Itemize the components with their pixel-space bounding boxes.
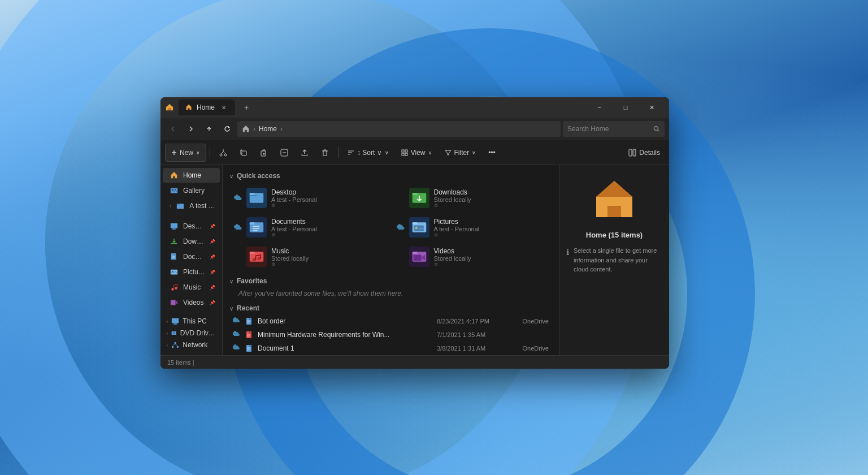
folder-item-pictures[interactable]: Pictures A test - Personal ⚙ bbox=[392, 214, 553, 241]
sort-button[interactable]: ↕ Sort ∨ ∨ bbox=[342, 144, 394, 162]
view-label: View bbox=[411, 149, 426, 157]
tab-close-button[interactable]: ✕ bbox=[219, 103, 228, 112]
folder-item-downloads[interactable]: Downloads Stored locally ⚙ bbox=[392, 184, 553, 211]
active-tab[interactable]: Home ✕ bbox=[179, 100, 235, 115]
videos-folder-svg bbox=[411, 249, 427, 265]
rename-button[interactable] bbox=[275, 144, 294, 162]
downloads-folder-svg bbox=[411, 190, 427, 206]
filter-button[interactable]: Filter ∨ bbox=[439, 144, 482, 162]
sidebar-item-home[interactable]: Home bbox=[163, 168, 220, 183]
documents-pin-icon: 📌 bbox=[210, 254, 215, 260]
cut-icon bbox=[219, 149, 227, 157]
sidebar-atest-label: A test - Perso... bbox=[189, 202, 215, 210]
svg-line-50 bbox=[175, 344, 177, 346]
svg-rect-28 bbox=[171, 223, 177, 228]
paste-button[interactable] bbox=[254, 144, 274, 162]
new-button[interactable]: New ∨ bbox=[165, 144, 206, 162]
desktop-folder-name: Desktop bbox=[271, 188, 317, 196]
network-header[interactable]: › Network bbox=[163, 339, 220, 351]
recent-file-1[interactable]: Minimum Hardware Requirements for Win...… bbox=[229, 328, 552, 342]
svg-point-37 bbox=[171, 288, 173, 290]
folder-item-desktop[interactable]: Desktop A test - Personal ⚙ bbox=[229, 184, 390, 211]
svg-rect-17 bbox=[402, 150, 404, 152]
atest-sidebar-icon bbox=[176, 201, 185, 210]
svg-rect-27 bbox=[177, 204, 180, 206]
videos-pin-badge: ⚙ bbox=[434, 262, 471, 267]
botorder-name: Bot order bbox=[258, 317, 432, 325]
explorer-window: Home ✕ + − □ ✕ › Home › bbox=[160, 97, 669, 369]
downloads-folder-name: Downloads bbox=[434, 188, 471, 196]
folder-item-documents[interactable]: Documents A test - Personal ⚙ bbox=[229, 214, 390, 241]
dvd-icon bbox=[171, 329, 176, 337]
svg-point-47 bbox=[172, 346, 174, 348]
view-button[interactable]: View ∨ bbox=[396, 144, 438, 162]
svg-rect-22 bbox=[633, 149, 636, 156]
close-button[interactable]: ✕ bbox=[639, 97, 665, 118]
maximize-button[interactable]: □ bbox=[613, 97, 639, 118]
dvd-drive-header[interactable]: › DVD Drive (D:) C bbox=[163, 327, 220, 339]
videos-folder-info: Videos Stored locally ⚙ bbox=[434, 247, 471, 267]
address-bar[interactable]: › Home › bbox=[237, 121, 561, 137]
network-expand-icon: › bbox=[166, 342, 168, 348]
recent-file-2[interactable]: Document 1 3/8/2021 1:31 AM OneDrive bbox=[229, 342, 552, 355]
minimize-button[interactable]: − bbox=[587, 97, 613, 118]
quick-access-header[interactable]: ∨ Quick access bbox=[229, 170, 552, 182]
forward-button[interactable] bbox=[183, 121, 199, 137]
share-button[interactable] bbox=[295, 144, 314, 162]
sidebar-item-pictures[interactable]: Pictures 📌 bbox=[163, 265, 220, 279]
favorites-header[interactable]: ∨ Favorites bbox=[229, 275, 552, 287]
up-button[interactable] bbox=[201, 121, 217, 137]
sidebar-item-atest[interactable]: › A test - Perso... bbox=[163, 198, 220, 213]
refresh-icon bbox=[224, 126, 231, 132]
music-sidebar-icon bbox=[170, 283, 179, 292]
delete-button[interactable] bbox=[315, 144, 335, 162]
details-panel: Home (15 items) ℹ Select a single file t… bbox=[559, 165, 669, 355]
minhw-cloud-icon bbox=[233, 331, 241, 339]
svg-rect-23 bbox=[171, 188, 177, 193]
sidebar-item-videos[interactable]: Videos 📌 bbox=[163, 295, 220, 310]
svg-rect-53 bbox=[250, 193, 255, 195]
desktop-sidebar-icon bbox=[170, 222, 179, 231]
botorder-cloud-icon bbox=[233, 317, 241, 325]
new-tab-button[interactable]: + bbox=[240, 101, 253, 114]
back-button[interactable] bbox=[165, 121, 181, 137]
details-panel-icon bbox=[628, 149, 636, 157]
recent-file-0[interactable]: Bot order 8/23/2021 4:17 PM OneDrive bbox=[229, 314, 552, 328]
folder-item-music[interactable]: Music Stored locally ⚙ bbox=[229, 243, 390, 270]
sidebar-item-downloads[interactable]: Downloads 📌 bbox=[163, 234, 220, 249]
this-pc-header[interactable]: › This PC bbox=[163, 316, 220, 327]
more-button[interactable]: ••• bbox=[483, 144, 501, 162]
documents-folder-sub: A test - Personal bbox=[271, 226, 317, 232]
details-title: Home (15 items) bbox=[586, 231, 643, 239]
sidebar-item-documents[interactable]: Documents 📌 bbox=[163, 249, 220, 264]
svg-point-6 bbox=[224, 154, 227, 156]
sidebar-item-gallery[interactable]: Gallery bbox=[163, 183, 220, 198]
svg-rect-57 bbox=[250, 222, 255, 224]
videos-folder-name: Videos bbox=[434, 247, 471, 255]
toolbar-sep1 bbox=[210, 147, 210, 158]
svg-line-2 bbox=[658, 130, 659, 132]
desktop-cloud-icon bbox=[234, 194, 242, 202]
copy-button[interactable] bbox=[234, 144, 253, 162]
recent-chevron: ∨ bbox=[229, 305, 233, 312]
svg-point-38 bbox=[175, 287, 177, 290]
desktop-pin-badge: ⚙ bbox=[271, 203, 317, 208]
svg-line-49 bbox=[173, 344, 175, 346]
search-box[interactable]: Search Home bbox=[563, 121, 665, 137]
cut-button[interactable] bbox=[214, 144, 233, 162]
recent-header[interactable]: ∨ Recent bbox=[229, 302, 552, 314]
network-label: Network bbox=[183, 341, 207, 349]
details-button[interactable]: Details bbox=[624, 144, 665, 162]
dvd-expand-icon: › bbox=[166, 330, 168, 336]
svg-rect-72 bbox=[246, 318, 251, 325]
videos-pin-icon: 📌 bbox=[210, 300, 215, 305]
svg-marker-89 bbox=[596, 181, 632, 197]
sidebar-item-music[interactable]: Music 📌 bbox=[163, 280, 220, 295]
videos-sidebar-icon bbox=[170, 298, 179, 307]
svg-point-67 bbox=[253, 258, 256, 261]
rename-icon bbox=[280, 149, 288, 157]
pictures-sidebar-icon bbox=[170, 267, 179, 277]
sidebar-item-desktop[interactable]: Desktop 📌 bbox=[163, 219, 220, 234]
folder-item-videos[interactable]: Videos Stored locally ⚙ bbox=[392, 243, 553, 270]
refresh-button[interactable] bbox=[219, 121, 235, 137]
